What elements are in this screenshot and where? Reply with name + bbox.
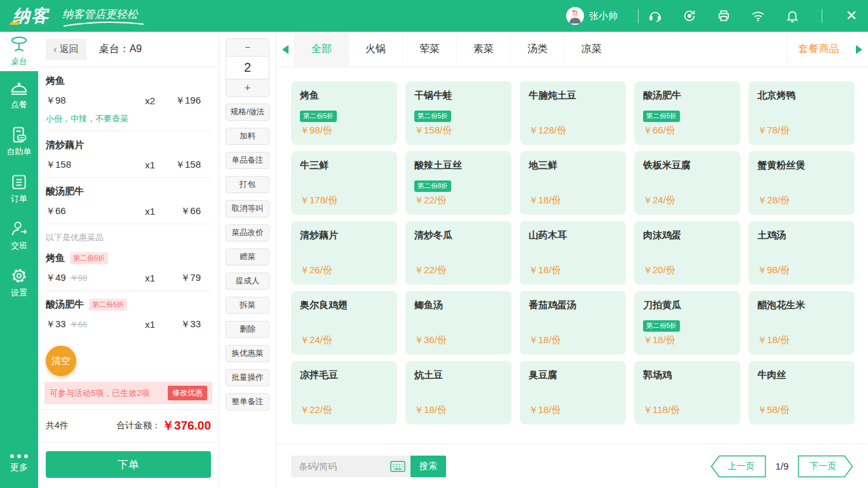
action-cancel-hold-button[interactable]: 取消等叫 [226,200,269,217]
tab-soup[interactable]: 汤类 [510,32,564,67]
cloche-icon [10,79,29,97]
menu-item-card[interactable]: 酸汤肥牛第二份5折￥66/份 [634,81,740,145]
menu-item-card[interactable]: 北京烤鸭￥78/份 [749,81,855,145]
close-icon[interactable]: ✕ [844,8,859,24]
item-total: ￥33 [155,318,211,330]
action-delete-button[interactable]: 删除 [226,321,269,338]
tab-hotpot[interactable]: 火锅 [348,32,402,67]
next-page-button[interactable]: 下一页 [797,455,853,478]
menu-item-card[interactable]: 肉沫鸡蛋￥20/份 [634,221,740,285]
menu-item-card[interactable]: 铁板米豆腐￥24/份 [634,151,740,215]
tab-vegetable[interactable]: 素菜 [456,32,510,67]
prev-page-button[interactable]: 上一页 [710,455,766,478]
clear-button[interactable]: 清空 [46,346,76,376]
avatar [566,7,584,25]
order-item[interactable]: 清炒藕片 ￥158 x1 ￥158 [46,132,211,178]
menu-item-card[interactable]: 烤鱼第二份5折￥98/份 [291,81,397,145]
menu-item-card[interactable]: 清炒冬瓜￥22/份 [405,221,512,285]
action-swap-discount-button[interactable]: 换优惠菜 [226,345,269,362]
sidebar-item-tables[interactable]: 桌台 [0,32,38,71]
menu-item-card[interactable]: 土鸡汤￥98/份 [749,221,855,285]
order-item-discounted[interactable]: 烤鱼 第二份5折 ￥49 ￥98 x1 ￥79 [46,245,211,291]
action-item-note-button[interactable]: 单品备注 [226,152,269,169]
action-gift-button[interactable]: 赠菜 [226,248,269,266]
menu-item-card[interactable]: 郭场鸡￥118/份 [634,361,740,424]
keyboard-icon[interactable] [390,461,405,472]
submit-order-button[interactable]: 下单 [46,451,211,478]
activity-text: 可参与活动5项，已生效2项 [50,388,149,399]
action-addon-button[interactable]: 加料 [226,128,269,145]
wifi-icon[interactable] [750,8,766,24]
user-box[interactable]: 张小帅 [566,7,618,25]
menu-item-card[interactable]: 地三鲜￥18/份 [520,151,626,215]
sidebar-item-orders[interactable]: 订单 [0,165,38,212]
sidebar-item-self-order[interactable]: 自助单 [0,118,38,165]
order-item[interactable]: 烤鱼 ￥98 x2 ￥196 小份，中辣，不要香菜 [46,67,211,132]
menu-item-card[interactable]: 鲫鱼汤￥36/份 [405,291,512,355]
search-input[interactable] [299,461,381,471]
menu-item-card[interactable]: 蟹黄粉丝煲￥28/份 [749,151,855,215]
sidebar-item-shift[interactable]: 交班 [0,212,38,259]
action-order-note-button[interactable]: 整单备注 [226,393,269,410]
menu-item-card[interactable]: 酸辣土豆丝第二份8折￥22/份 [405,151,512,215]
menu-item-card[interactable]: 凉拌毛豆￥22/份 [291,361,397,424]
sidebar-item-settings[interactable]: 设置 [0,259,38,306]
sidebar-item-more[interactable]: 更多 [0,440,38,488]
topbar-divider [638,9,639,23]
chevron-right-icon [856,45,862,54]
item-count: 共4件 [46,420,69,431]
menu-item-card[interactable]: 番茄鸡蛋汤￥18/份 [520,291,626,355]
tab-cold-dish[interactable]: 凉菜 [564,32,618,67]
action-takeout-button[interactable]: 打包 [226,176,269,193]
item-total: ￥196 [155,95,211,107]
menu-item-card[interactable]: 牛肉丝￥58/份 [749,361,855,424]
sync-icon[interactable] [682,8,697,24]
modify-discount-button[interactable]: 修改优惠 [168,386,207,400]
menu-item-card[interactable]: 牛腩炖土豆￥128/份 [520,81,626,145]
order-panel: ‹ 返回 桌台：A9 烤鱼 ￥98 x2 ￥196 小份，中辣，不要香菜 清炒藕… [38,32,219,488]
brand-accent [10,22,20,25]
menu-area: 全部 火锅 荤菜 素菜 汤类 凉菜 套餐商品 烤鱼第二份5折￥98/份 干锅牛蛙… [276,32,868,488]
top-bar: 纳客 纳客管店更轻松 张小帅 [0,0,868,32]
action-split-button[interactable]: 拆菜 [226,297,269,314]
action-change-price-button[interactable]: 菜品改价 [226,224,269,241]
qty-value: 2 [226,56,269,79]
menu-item-card[interactable]: 山药木耳￥18/份 [520,221,626,285]
order-item[interactable]: 酸汤肥牛 ￥66 x1 ￥66 [46,178,211,224]
headset-icon[interactable] [648,8,663,24]
scroll-left-button[interactable] [276,32,294,67]
menu-item-card[interactable]: 清炒藕片￥26/份 [291,221,397,285]
search-box [291,456,410,477]
item-qty: x1 [145,206,155,217]
action-commission-button[interactable]: 提成人 [226,273,269,290]
menu-item-card[interactable]: 奥尔良鸡翅￥24/份 [291,291,397,355]
item-price: ￥98 [46,95,90,107]
printer-icon[interactable] [716,8,731,24]
menu-item-card[interactable]: 臭豆腐￥18/份 [520,361,626,424]
back-button[interactable]: ‹ 返回 [46,39,86,60]
tab-meat[interactable]: 荤菜 [402,32,456,67]
back-chevron-icon: ‹ [53,44,57,55]
qty-minus-button[interactable]: － [226,39,269,56]
discount-badge: 第二份8折 [414,180,451,192]
action-spec-button[interactable]: 规格/做法 [226,104,269,121]
menu-item-card[interactable]: 刀拍黄瓜第二份5折￥18/份 [634,291,740,355]
table-icon [10,36,29,53]
bell-icon[interactable] [785,8,800,24]
action-batch-button[interactable]: 批量操作 [226,369,269,386]
menu-item-card[interactable]: 炕土豆￥18/份 [405,361,512,424]
brand-slogan: 纳客管店更轻松 [62,7,138,22]
sidebar-item-order[interactable]: 点餐 [0,71,38,118]
tab-combo[interactable]: 套餐商品 [787,32,850,67]
search-button[interactable]: 搜索 [410,456,446,477]
item-total: ￥158 [155,159,211,171]
qty-plus-button[interactable]: ＋ [226,79,269,97]
order-panel-header: ‹ 返回 桌台：A9 [38,32,219,67]
tab-all[interactable]: 全部 [294,32,348,67]
menu-item-card[interactable]: 干锅牛蛙第二份5折￥158/份 [405,81,512,145]
menu-item-card[interactable]: 牛三鲜￥178/份 [291,151,397,215]
menu-item-card[interactable]: 醋泡花生米￥18/份 [749,291,855,355]
item-note: 小份，中辣，不要香菜 [46,113,211,125]
order-item-discounted[interactable]: 酸汤肥牛 第二份5折 ￥33 ￥66 x1 ￥33 [46,291,211,337]
scroll-right-button[interactable] [850,32,868,67]
